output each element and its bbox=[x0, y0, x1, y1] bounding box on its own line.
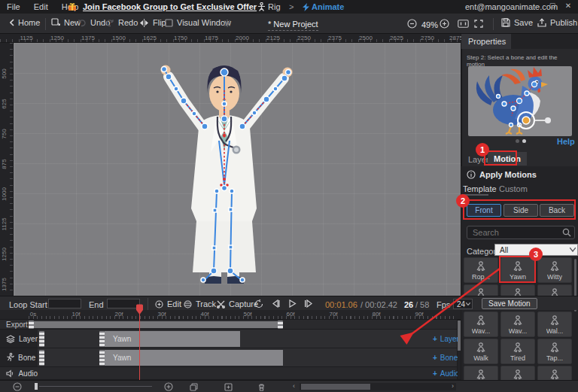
time-total: / 00:02.42 bbox=[360, 300, 397, 309]
export-right-handle[interactable] bbox=[278, 321, 283, 329]
menu-edit[interactable]: Edit bbox=[27, 2, 55, 11]
layer-start-clip[interactable] bbox=[39, 331, 44, 347]
save-motion-button[interactable]: Save Motion bbox=[482, 298, 537, 309]
toolbar-divider bbox=[493, 18, 494, 30]
track-layer: Layer Yawn bbox=[0, 330, 457, 348]
toolbar-divider bbox=[45, 18, 46, 30]
frame-ruler[interactable]: 0s10f20f30f40f50f60f70f80f90f bbox=[0, 310, 461, 320]
export-range-bar[interactable] bbox=[32, 321, 278, 328]
motion-item[interactable]: Wal... bbox=[537, 311, 572, 337]
layer-yawn-clip[interactable]: Yawn bbox=[105, 331, 240, 347]
fullscreen-button[interactable] bbox=[474, 20, 483, 28]
redo-button[interactable]: Redo bbox=[105, 18, 138, 27]
direction-back-button[interactable]: Back bbox=[540, 204, 574, 217]
prev-frame-button[interactable] bbox=[271, 299, 280, 308]
motion-item[interactable]: Walk bbox=[464, 339, 498, 364]
checkbox-icon bbox=[165, 19, 173, 27]
capture-icon bbox=[217, 300, 225, 308]
publish-button[interactable]: Publish bbox=[537, 18, 577, 27]
add-bone-button[interactable]: +Bone bbox=[433, 354, 458, 362]
apply-motions-label: Apply Motions bbox=[479, 170, 537, 179]
motion-item-yawn[interactable]: Yawn bbox=[500, 257, 535, 283]
timeline-bottom-bar: ‹ › bbox=[0, 380, 578, 392]
direction-side-button[interactable]: Side bbox=[503, 204, 538, 217]
export-left-handle[interactable] bbox=[29, 321, 34, 329]
rooster-preview[interactable] bbox=[468, 66, 572, 136]
gear-icon[interactable] bbox=[223, 19, 232, 28]
direction-front-button[interactable]: Front bbox=[467, 204, 501, 217]
capture-button[interactable]: Capture bbox=[217, 299, 258, 308]
layer-clip-handle[interactable] bbox=[99, 331, 105, 347]
character-doctor[interactable] bbox=[144, 47, 306, 293]
zoom-in-button[interactable] bbox=[440, 19, 449, 29]
plus-icon: + bbox=[433, 335, 437, 343]
app-window: File Edit Help Join Facebook Group to Ge… bbox=[0, 0, 578, 392]
properties-tab[interactable]: Properties bbox=[461, 34, 511, 49]
project-title[interactable]: * New Project bbox=[268, 20, 318, 31]
timeline-zoom-slider-thumb[interactable] bbox=[35, 383, 38, 390]
motion-item[interactable]: Tap... bbox=[537, 339, 572, 364]
menu-file[interactable]: File bbox=[0, 2, 27, 11]
menu-bar: File Edit Help Join Facebook Group to Ge… bbox=[0, 0, 578, 14]
carousel-dot[interactable] bbox=[516, 139, 519, 143]
close-button[interactable]: ✕ bbox=[562, 2, 574, 10]
step-animate-label[interactable]: Animate bbox=[312, 2, 344, 11]
play-button[interactable] bbox=[288, 299, 297, 308]
next-frame-button[interactable] bbox=[304, 299, 313, 308]
minimize-button[interactable]: – bbox=[531, 2, 543, 11]
search-icon[interactable] bbox=[562, 228, 571, 237]
playhead-marker[interactable] bbox=[135, 304, 144, 317]
timeline-zoom-slider-track[interactable] bbox=[39, 386, 152, 387]
new-button[interactable]: New bbox=[51, 18, 81, 27]
scroll-right-arrow[interactable]: › bbox=[452, 382, 454, 390]
bone-yawn-clip[interactable]: Yawn bbox=[105, 350, 283, 366]
info-icon[interactable] bbox=[467, 170, 476, 179]
save-button[interactable]: Save bbox=[501, 18, 533, 27]
actual-size-button[interactable] bbox=[458, 20, 469, 28]
facebook-offer-link[interactable]: Join Facebook Group to Get Exclusive Off… bbox=[83, 2, 257, 11]
home-button[interactable]: Home bbox=[10, 18, 40, 27]
back-chevron-icon bbox=[10, 19, 14, 26]
track-button[interactable]: Track bbox=[184, 299, 216, 308]
toolbar: Home New Undo Redo Flip Visual Window * … bbox=[0, 14, 578, 34]
bone-clip-handle[interactable] bbox=[99, 350, 105, 366]
delete-frame-button[interactable] bbox=[257, 383, 266, 391]
rig-icon bbox=[257, 2, 266, 11]
maximize-button[interactable]: ▢ bbox=[546, 2, 558, 9]
search-input[interactable] bbox=[467, 226, 575, 239]
divider bbox=[148, 298, 148, 310]
loop-toggle-button[interactable] bbox=[254, 299, 263, 308]
carousel-dot-active[interactable] bbox=[522, 139, 526, 143]
bone-start-clip[interactable] bbox=[39, 350, 44, 366]
motion-item[interactable]: Wav... bbox=[464, 311, 498, 337]
tab-motion[interactable]: Motion bbox=[488, 152, 527, 166]
motion-item[interactable]: Wav... bbox=[500, 311, 535, 337]
scroll-left-arrow[interactable]: ‹ bbox=[293, 382, 295, 390]
motion-item[interactable]: Rop... bbox=[464, 257, 498, 283]
flip-button[interactable]: Flip bbox=[139, 18, 166, 27]
account-email[interactable]: ent@mangoanimate.com bbox=[465, 2, 558, 11]
step-rig-label[interactable]: Rig bbox=[268, 2, 281, 11]
help-link[interactable]: Help bbox=[557, 137, 575, 146]
tab-layer[interactable]: Layer bbox=[468, 155, 489, 164]
zoom-level[interactable]: 49% bbox=[421, 20, 438, 29]
edit-button[interactable]: Edit bbox=[155, 299, 181, 308]
timeline-hscroll-thumb[interactable] bbox=[301, 384, 370, 390]
timeline-zoom-in-button[interactable] bbox=[164, 382, 173, 391]
zoom-out-button[interactable] bbox=[407, 19, 417, 29]
timeline-scrollbar-thumb[interactable] bbox=[458, 321, 461, 351]
add-frame-button[interactable] bbox=[224, 383, 233, 391]
add-audio-button[interactable]: +Audio bbox=[433, 369, 459, 378]
timeline-zoom-out-button[interactable] bbox=[13, 382, 22, 391]
subtab-custom[interactable]: Custom bbox=[499, 184, 528, 193]
add-layer-button[interactable]: +Layer bbox=[433, 335, 459, 343]
visual-window-toggle[interactable]: Visual Window bbox=[165, 18, 231, 27]
fps-select[interactable]: 24 bbox=[453, 299, 473, 309]
frame-current: 26 bbox=[404, 300, 413, 309]
speaker-icon bbox=[6, 369, 14, 378]
motion-item[interactable]: Tired bbox=[500, 339, 535, 364]
loop-start-input[interactable] bbox=[48, 299, 81, 308]
subtab-template[interactable]: Template bbox=[463, 184, 497, 193]
copy-frame-button[interactable] bbox=[190, 383, 198, 391]
motion-item[interactable]: Witty bbox=[537, 257, 572, 283]
